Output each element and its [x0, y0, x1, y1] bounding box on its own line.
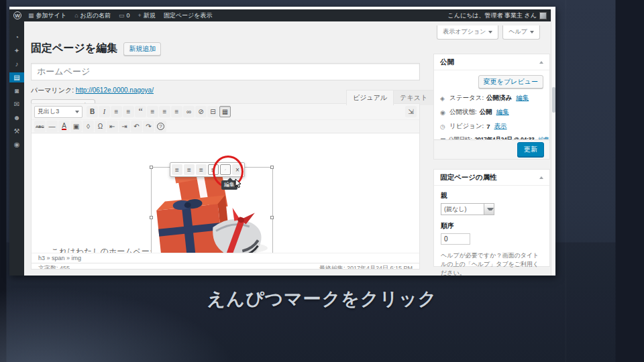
- unlink-button[interactable]: ⊘: [195, 106, 207, 117]
- numbered-list-button[interactable]: ≡: [123, 106, 134, 117]
- italic-button[interactable]: I: [99, 106, 110, 117]
- align-right-icon: ≡: [175, 108, 179, 115]
- admin-bar-item-comments[interactable]: ▭0: [119, 11, 130, 20]
- resize-handle[interactable]: [150, 166, 153, 169]
- clear-formatting-button[interactable]: ◊: [83, 121, 94, 132]
- fullscreen-button[interactable]: ⇲: [405, 106, 417, 117]
- publish-row: ◉公開状態:公開編集: [440, 108, 543, 117]
- sidebar-item-dashboard[interactable]: ◔: [9, 32, 24, 42]
- redo-button[interactable]: ↷: [143, 121, 154, 132]
- add-new-button[interactable]: 新規追加: [123, 42, 161, 56]
- attributes-panel-header[interactable]: 固定ページの属性: [434, 170, 549, 186]
- post-title-input[interactable]: ホームページ: [31, 63, 420, 80]
- resize-handle[interactable]: [150, 216, 153, 219]
- publish-row-edit-link[interactable]: 編集: [496, 108, 509, 117]
- comments-icon: ◙: [15, 87, 19, 95]
- update-button[interactable]: 更新: [517, 142, 544, 157]
- screen-options-label: 表示オプション: [443, 27, 486, 36]
- more-tag-button[interactable]: ⊟: [207, 106, 219, 117]
- help-label: ヘルプ: [508, 27, 527, 36]
- admin-bar-item-label: 固定ページを表示: [164, 11, 213, 20]
- publish-row: ◷リビジョン:7表示: [440, 122, 543, 131]
- align-center-button[interactable]: ≡: [159, 106, 170, 117]
- permalink-url-link[interactable]: http://0612e.0000.nagoya/: [76, 86, 154, 94]
- pages-icon: ▤: [13, 74, 19, 81]
- image-align-right-button[interactable]: ≡: [196, 164, 207, 175]
- image-remove-button[interactable]: ×: [232, 164, 243, 175]
- sidebar-item-media[interactable]: ♪: [9, 59, 24, 69]
- align-left-button[interactable]: ≡: [147, 106, 158, 117]
- resize-handle[interactable]: [270, 166, 274, 169]
- toolbar-toggle-button[interactable]: ▦: [219, 106, 231, 117]
- bold-icon: B: [90, 108, 95, 115]
- admin-bar-item-new-content[interactable]: +新規: [138, 11, 156, 20]
- screen-options-button[interactable]: 表示オプション: [437, 25, 498, 40]
- publish-panel-header[interactable]: 公開: [434, 54, 549, 70]
- sidebar-item-tools[interactable]: ⚒: [9, 126, 24, 136]
- tinymce-editor: 見出し3 BI≡≡“≡≡≡∞⊘⊟▦⇲ ABC—A▣◊Ω⇤⇥↶↷? これはわたしの…: [31, 103, 420, 269]
- blockquote-button[interactable]: “: [135, 106, 146, 117]
- redo-icon: ↷: [146, 123, 151, 130]
- image-align-center-button[interactable]: ≡: [184, 164, 195, 175]
- admin-bar-items: ▦参加サイト⌂お店の名前▭0+新規固定ページを表示: [28, 11, 220, 20]
- sidebar-item-settings[interactable]: ◉: [9, 139, 24, 149]
- collapse-arrow-icon: [539, 176, 543, 179]
- indent-button[interactable]: ⇥: [119, 121, 130, 132]
- gift-boxes-image[interactable]: [152, 168, 272, 253]
- sidebar-item-users[interactable]: ☻: [9, 113, 24, 123]
- admin-bar-item-my-sites[interactable]: ▦参加サイト: [28, 11, 66, 20]
- site-name-icon: ⌂: [74, 12, 78, 19]
- special-character-button[interactable]: Ω: [95, 121, 106, 132]
- indent-icon: ⇥: [121, 123, 127, 130]
- link-button[interactable]: ∞: [183, 106, 195, 117]
- keyboard-help-button[interactable]: ?: [155, 121, 166, 132]
- link-icon: ∞: [186, 108, 191, 115]
- sidebar-item-pages[interactable]: ▤: [9, 72, 24, 82]
- publish-row-edit-link[interactable]: 表示: [494, 122, 507, 131]
- horizontal-rule-button[interactable]: —: [46, 121, 58, 132]
- editor-content-area[interactable]: これはわたしのホームページです: [32, 133, 419, 253]
- undo-button[interactable]: ↶: [131, 121, 142, 132]
- tab-visual[interactable]: ビジュアル: [346, 90, 394, 105]
- image-remove-icon: ×: [235, 166, 239, 174]
- bold-button[interactable]: B: [87, 106, 98, 117]
- order-label: 順序: [441, 221, 543, 231]
- image-edit-button[interactable]: [220, 164, 231, 175]
- admin-bar-item-site-name[interactable]: ⌂お店の名前: [74, 11, 111, 20]
- parent-select[interactable]: (親なし): [441, 203, 494, 215]
- outdent-button[interactable]: ⇤: [107, 121, 118, 132]
- image-align-none-icon: ≡: [211, 166, 215, 174]
- parent-select-value: (親なし): [441, 205, 466, 214]
- sidebar-item-contact[interactable]: ✉: [9, 99, 24, 109]
- browser-scrollbar[interactable]: [551, 9, 555, 276]
- text-color-icon: A: [62, 123, 66, 130]
- sidebar-item-comments[interactable]: ◙: [9, 86, 24, 96]
- numbered-list-icon: ≡: [127, 108, 131, 115]
- text-color-button[interactable]: A: [58, 121, 70, 132]
- help-button[interactable]: ヘルプ: [502, 25, 540, 40]
- admin-bar-item-view-page[interactable]: 固定ページを表示: [164, 11, 213, 20]
- align-center-icon: ≡: [163, 108, 167, 115]
- heading-select[interactable]: 見出し3: [34, 106, 83, 118]
- preview-changes-button[interactable]: 変更をプレビュー: [478, 75, 543, 88]
- scrollbar-thumb[interactable]: [552, 87, 555, 113]
- strikethrough-button[interactable]: ABC: [34, 121, 46, 132]
- align-right-button[interactable]: ≡: [171, 106, 182, 117]
- sidebar-item-posts[interactable]: ✦: [9, 46, 24, 56]
- image-align-left-button[interactable]: ≡: [172, 164, 182, 175]
- image-align-none-button[interactable]: ≡: [208, 164, 219, 175]
- order-input[interactable]: 0: [441, 233, 470, 245]
- screen-meta-links: 表示オプション ヘルプ: [437, 25, 540, 40]
- page-attributes-panel: 固定ページの属性 親 (親なし) 順序 0 ヘルプが必要ですか？画面のタイトルの…: [433, 169, 550, 267]
- publish-row-edit-link[interactable]: 編集: [516, 94, 529, 103]
- paste-as-text-button[interactable]: ▣: [70, 121, 82, 132]
- image-floating-toolbar: ≡≡≡≡×: [170, 162, 245, 177]
- wordpress-logo-icon[interactable]: W: [13, 11, 21, 19]
- admin-bar-item-label: 新規: [144, 11, 156, 20]
- bullet-list-button[interactable]: ≡: [111, 106, 122, 117]
- mouse-cursor-icon: [235, 179, 241, 188]
- resize-handle[interactable]: [270, 216, 274, 219]
- attributes-panel-body: 親 (親なし) 順序 0 ヘルプが必要ですか？画面のタイトルの上の「ヘルプ」タブ…: [434, 186, 549, 276]
- element-path[interactable]: h3 » span » img: [38, 255, 81, 261]
- admin-bar-account[interactable]: こんにちは、管理者 事業主 さん: [448, 11, 547, 20]
